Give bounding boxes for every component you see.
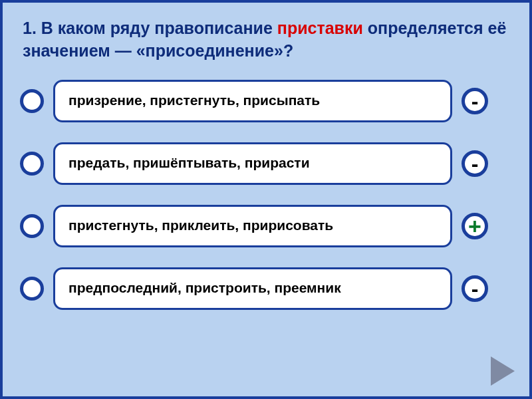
question-prefix: 1. В каком ряду правописание [23, 19, 277, 37]
next-arrow-icon[interactable] [491, 356, 515, 386]
result-badge: - [462, 275, 488, 302]
radio-icon[interactable] [20, 277, 44, 301]
quiz-slide: 1. В каком ряду правописание приставки о… [0, 0, 532, 399]
result-badge: - [462, 150, 488, 177]
option-row: призрение, пристегнуть, присыпать - [20, 80, 516, 122]
result-mark: - [471, 90, 479, 112]
option-row: пристегнуть, приклеить, пририсовать + [20, 205, 516, 247]
question-text: 1. В каком ряду правописание приставки о… [23, 17, 509, 63]
question-quoted: «присоединение»? [136, 41, 294, 60]
answer-box[interactable]: предпоследний, пристроить, преемник [53, 267, 452, 310]
answer-text: пристегнуть, приклеить, пририсовать [68, 217, 333, 233]
answer-box[interactable]: предать, пришёптывать, прирасти [53, 142, 452, 185]
answer-text: предпоследний, пристроить, преемник [68, 280, 341, 295]
result-mark: - [471, 153, 479, 174]
options-list: призрение, пристегнуть, присыпать - пред… [20, 80, 516, 310]
result-badge: + [462, 213, 488, 239]
result-mark: + [468, 215, 481, 237]
question-highlight: приставки [277, 19, 363, 37]
radio-icon[interactable] [20, 214, 44, 238]
radio-icon[interactable] [20, 152, 44, 176]
answer-text: предать, пришёптывать, прирасти [68, 155, 310, 170]
answer-box[interactable]: призрение, пристегнуть, присыпать [53, 80, 452, 122]
result-badge: - [462, 88, 488, 114]
answer-text: призрение, пристегнуть, присыпать [68, 92, 320, 108]
option-row: предать, пришёптывать, прирасти - [20, 142, 516, 185]
option-row: предпоследний, пристроить, преемник - [20, 267, 516, 310]
answer-box[interactable]: пристегнуть, приклеить, пририсовать [53, 205, 452, 247]
result-mark: - [471, 278, 479, 299]
radio-icon[interactable] [20, 89, 44, 113]
